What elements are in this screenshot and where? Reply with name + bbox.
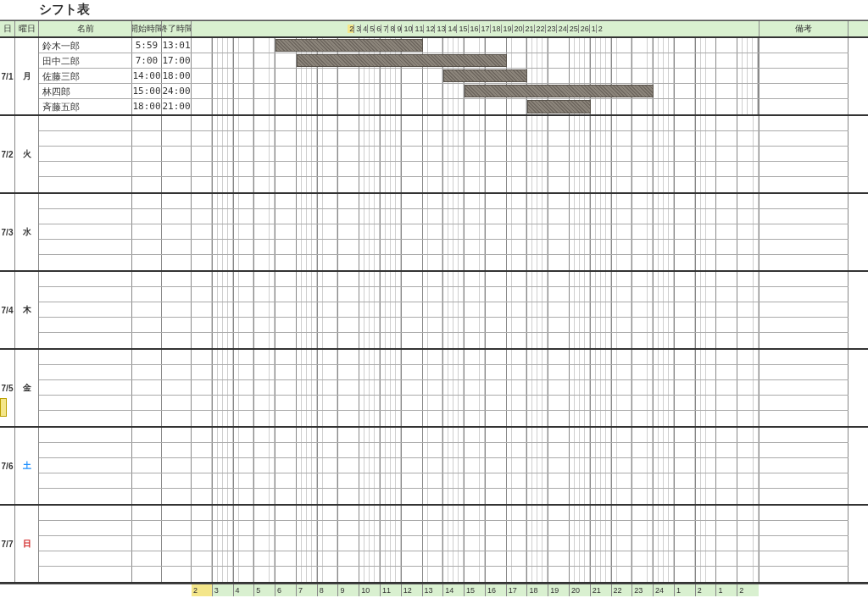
start-time-cell[interactable]: [132, 272, 162, 286]
remarks-cell[interactable]: [760, 365, 849, 379]
name-cell[interactable]: [39, 333, 132, 348]
name-cell[interactable]: [39, 506, 132, 520]
name-cell[interactable]: [39, 209, 132, 224]
end-time-cell[interactable]: [162, 333, 192, 348]
start-time-cell[interactable]: [132, 224, 162, 239]
remarks-cell[interactable]: [760, 302, 849, 317]
start-time-cell[interactable]: [132, 209, 162, 224]
end-time-cell[interactable]: [162, 350, 192, 364]
start-time-cell[interactable]: [132, 536, 162, 551]
name-cell[interactable]: [39, 318, 132, 332]
start-time-cell[interactable]: 7:00: [132, 53, 162, 68]
start-time-cell[interactable]: [132, 365, 162, 379]
end-time-cell[interactable]: [162, 177, 192, 192]
start-time-cell[interactable]: [132, 380, 162, 395]
end-time-cell[interactable]: [162, 116, 192, 130]
start-time-cell[interactable]: [132, 506, 162, 520]
name-cell[interactable]: [39, 194, 132, 208]
end-time-cell[interactable]: [162, 147, 192, 161]
remarks-cell[interactable]: [760, 255, 849, 270]
remarks-cell[interactable]: [760, 318, 849, 332]
remarks-cell[interactable]: [760, 521, 849, 535]
end-time-cell[interactable]: [162, 287, 192, 302]
remarks-cell[interactable]: [760, 194, 849, 208]
end-time-cell[interactable]: [162, 428, 192, 442]
remarks-cell[interactable]: [760, 551, 849, 566]
remarks-cell[interactable]: [760, 489, 849, 504]
name-cell[interactable]: 田中二郎: [39, 53, 132, 68]
name-cell[interactable]: [39, 489, 132, 504]
remarks-cell[interactable]: [760, 473, 849, 488]
remarks-cell[interactable]: [760, 84, 849, 98]
remarks-cell[interactable]: [760, 147, 849, 161]
end-time-cell[interactable]: [162, 162, 192, 176]
end-time-cell[interactable]: [162, 131, 192, 146]
remarks-cell[interactable]: [760, 506, 849, 520]
end-time-cell[interactable]: [162, 318, 192, 332]
name-cell[interactable]: [39, 131, 132, 146]
start-time-cell[interactable]: [132, 567, 162, 582]
remarks-cell[interactable]: [760, 177, 849, 192]
end-time-cell[interactable]: [162, 567, 192, 582]
end-time-cell[interactable]: [162, 473, 192, 488]
start-time-cell[interactable]: [132, 318, 162, 332]
end-time-cell[interactable]: [162, 396, 192, 410]
start-time-cell[interactable]: [132, 411, 162, 426]
start-time-cell[interactable]: [132, 194, 162, 208]
start-time-cell[interactable]: [132, 458, 162, 473]
name-cell[interactable]: [39, 411, 132, 426]
start-time-cell[interactable]: [132, 287, 162, 302]
end-time-cell[interactable]: 21:00: [162, 99, 192, 114]
remarks-cell[interactable]: [760, 240, 849, 254]
name-cell[interactable]: [39, 272, 132, 286]
name-cell[interactable]: [39, 551, 132, 566]
remarks-cell[interactable]: [760, 162, 849, 176]
start-time-cell[interactable]: 15:00: [132, 84, 162, 98]
remarks-cell[interactable]: [760, 458, 849, 473]
remarks-cell[interactable]: [760, 209, 849, 224]
start-time-cell[interactable]: [132, 396, 162, 410]
name-cell[interactable]: [39, 287, 132, 302]
name-cell[interactable]: [39, 255, 132, 270]
name-cell[interactable]: [39, 350, 132, 364]
start-time-cell[interactable]: 14:00: [132, 69, 162, 83]
end-time-cell[interactable]: [162, 506, 192, 520]
remarks-cell[interactable]: [760, 428, 849, 442]
remarks-cell[interactable]: [760, 272, 849, 286]
start-time-cell[interactable]: [132, 428, 162, 442]
remarks-cell[interactable]: [760, 443, 849, 457]
remarks-cell[interactable]: [760, 333, 849, 348]
end-time-cell[interactable]: [162, 209, 192, 224]
start-time-cell[interactable]: [132, 521, 162, 535]
start-time-cell[interactable]: [132, 255, 162, 270]
end-time-cell[interactable]: [162, 411, 192, 426]
start-time-cell[interactable]: [132, 489, 162, 504]
start-time-cell[interactable]: [132, 147, 162, 161]
remarks-cell[interactable]: [760, 396, 849, 410]
remarks-cell[interactable]: [760, 567, 849, 582]
start-time-cell[interactable]: 5:59: [132, 38, 162, 53]
name-cell[interactable]: 林四郎: [39, 84, 132, 98]
end-time-cell[interactable]: [162, 255, 192, 270]
name-cell[interactable]: [39, 162, 132, 176]
remarks-cell[interactable]: [760, 69, 849, 83]
end-time-cell[interactable]: [162, 365, 192, 379]
end-time-cell[interactable]: [162, 272, 192, 286]
name-cell[interactable]: [39, 365, 132, 379]
name-cell[interactable]: [39, 473, 132, 488]
name-cell[interactable]: 斉藤五郎: [39, 99, 132, 114]
name-cell[interactable]: [39, 302, 132, 317]
start-time-cell[interactable]: [132, 162, 162, 176]
end-time-cell[interactable]: 17:00: [162, 53, 192, 68]
remarks-cell[interactable]: [760, 38, 849, 53]
name-cell[interactable]: [39, 428, 132, 442]
remarks-cell[interactable]: [760, 380, 849, 395]
name-cell[interactable]: [39, 396, 132, 410]
end-time-cell[interactable]: [162, 302, 192, 317]
remarks-cell[interactable]: [760, 131, 849, 146]
name-cell[interactable]: [39, 224, 132, 239]
remarks-cell[interactable]: [760, 99, 849, 114]
end-time-cell[interactable]: [162, 240, 192, 254]
start-time-cell[interactable]: [132, 350, 162, 364]
name-cell[interactable]: [39, 458, 132, 473]
